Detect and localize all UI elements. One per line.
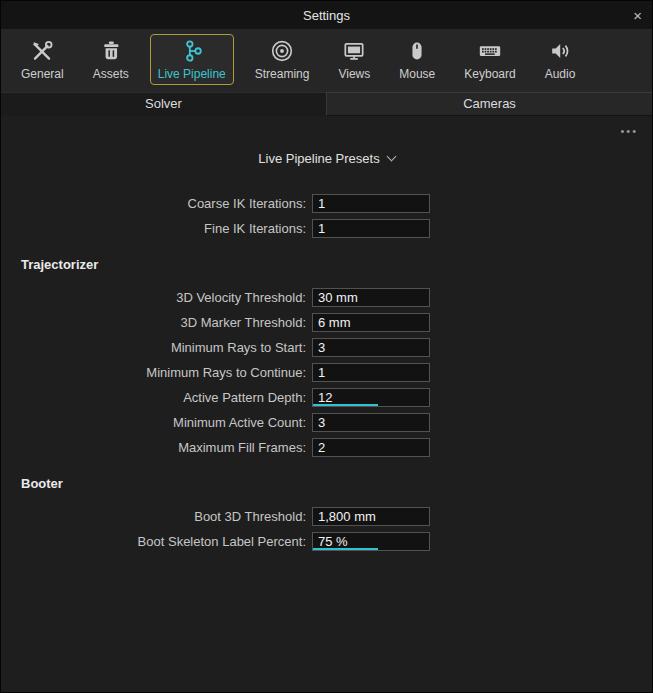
- field-input-wrap: [312, 363, 430, 382]
- form-row-3d-velocity-threshold: 3D Velocity Threshold:: [1, 288, 652, 307]
- section-title-trajectorizer: Trajectorizer: [21, 256, 652, 274]
- field-label: 3D Marker Threshold:: [1, 313, 306, 332]
- close-icon[interactable]: ×: [633, 1, 642, 29]
- field-input-coarse-ik-iterations[interactable]: [312, 194, 430, 213]
- field-label: Minimum Rays to Start:: [1, 338, 306, 357]
- toolbar-item-label: Streaming: [255, 67, 310, 81]
- toolbar: GeneralAssetsLive PipelineStreamingViews…: [1, 29, 652, 92]
- field-input-wrap: [312, 338, 430, 357]
- toolbar-item-assets[interactable]: Assets: [85, 34, 137, 85]
- field-input-boot-skeleton-label-percent[interactable]: [312, 532, 430, 551]
- toolbar-item-label: General: [21, 67, 64, 81]
- field-input-active-pattern-depth[interactable]: [312, 388, 430, 407]
- field-input-wrap: [312, 313, 430, 332]
- toolbar-item-audio[interactable]: Audio: [537, 34, 584, 85]
- toolbar-item-streaming[interactable]: Streaming: [247, 34, 318, 85]
- tabbar: SolverCameras: [1, 92, 652, 116]
- window-title: Settings: [303, 8, 350, 23]
- form-row-3d-marker-threshold: 3D Marker Threshold:: [1, 313, 652, 332]
- toolbar-item-keyboard[interactable]: Keyboard: [456, 34, 523, 85]
- titlebar: Settings ×: [1, 1, 652, 29]
- form-row-minimum-active-count: Minimum Active Count:: [1, 413, 652, 432]
- streaming-icon: [269, 38, 295, 64]
- field-input-wrap: [312, 413, 430, 432]
- form-row-minimum-rays-to-continue: Minimum Rays to Continue:: [1, 363, 652, 382]
- toolbar-item-label: Live Pipeline: [158, 67, 226, 81]
- form-row-boot-skeleton-label-percent: Boot Skeleton Label Percent:: [1, 532, 652, 551]
- chevron-down-icon: [386, 151, 396, 161]
- assets-icon: [98, 38, 124, 64]
- field-input-wrap: [312, 194, 430, 213]
- form-row-fine-ik-iterations: Fine IK Iterations:: [1, 219, 652, 238]
- pipeline-icon: [179, 38, 205, 64]
- toolbar-item-label: Views: [338, 67, 370, 81]
- field-input-minimum-rays-to-continue[interactable]: [312, 363, 430, 382]
- overflow-menu-button[interactable]: •••: [620, 124, 638, 138]
- section-title-booter: Booter: [21, 475, 652, 493]
- settings-content: ••• Live Pipeline Presets Coarse IK Iter…: [1, 116, 652, 551]
- field-input-wrap: [312, 532, 430, 551]
- field-input-wrap: [312, 388, 430, 407]
- form-row-maximum-fill-frames: Maximum Fill Frames:: [1, 438, 652, 457]
- field-input-minimum-rays-to-start[interactable]: [312, 338, 430, 357]
- field-input-minimum-active-count[interactable]: [312, 413, 430, 432]
- keyboard-icon: [477, 38, 503, 64]
- toolbar-item-views[interactable]: Views: [330, 34, 378, 85]
- field-input-wrap: [312, 438, 430, 457]
- field-input-wrap: [312, 507, 430, 526]
- mouse-icon: [404, 38, 430, 64]
- field-input-fine-ik-iterations[interactable]: [312, 219, 430, 238]
- form-row-coarse-ik-iterations: Coarse IK Iterations:: [1, 194, 652, 213]
- form-row-active-pattern-depth: Active Pattern Depth:: [1, 388, 652, 407]
- toolbar-item-live-pipeline[interactable]: Live Pipeline: [150, 34, 234, 85]
- field-input-3d-marker-threshold[interactable]: [312, 313, 430, 332]
- toolbar-item-mouse[interactable]: Mouse: [391, 34, 443, 85]
- toolbar-item-label: Keyboard: [464, 67, 515, 81]
- field-label: Boot 3D Threshold:: [1, 507, 306, 526]
- field-label: Boot Skeleton Label Percent:: [1, 532, 306, 551]
- toolbar-item-label: Assets: [93, 67, 129, 81]
- field-label: Active Pattern Depth:: [1, 388, 306, 407]
- tools-icon: [29, 38, 55, 64]
- field-input-wrap: [312, 219, 430, 238]
- settings-window: { "window": { "title": "Settings", "clos…: [0, 0, 653, 693]
- toolbar-item-label: Mouse: [399, 67, 435, 81]
- field-label: Minimum Active Count:: [1, 413, 306, 432]
- toolbar-item-general[interactable]: General: [13, 34, 72, 85]
- field-input-boot-3d-threshold[interactable]: [312, 507, 430, 526]
- presets-label: Live Pipeline Presets: [258, 151, 379, 166]
- settings-form: Coarse IK Iterations:Fine IK Iterations:…: [1, 194, 652, 551]
- presets-dropdown[interactable]: Live Pipeline Presets: [1, 148, 652, 168]
- field-label: Fine IK Iterations:: [1, 219, 306, 238]
- form-row-minimum-rays-to-start: Minimum Rays to Start:: [1, 338, 652, 357]
- views-icon: [341, 38, 367, 64]
- audio-icon: [547, 38, 573, 64]
- tab-cameras[interactable]: Cameras: [326, 92, 652, 116]
- tab-solver[interactable]: Solver: [1, 92, 326, 116]
- field-label: 3D Velocity Threshold:: [1, 288, 306, 307]
- field-label: Maximum Fill Frames:: [1, 438, 306, 457]
- section-rows: 3D Velocity Threshold:3D Marker Threshol…: [1, 288, 652, 457]
- field-input-3d-velocity-threshold[interactable]: [312, 288, 430, 307]
- field-input-maximum-fill-frames[interactable]: [312, 438, 430, 457]
- form-row-boot-3d-threshold: Boot 3D Threshold:: [1, 507, 652, 526]
- section-rows: Coarse IK Iterations:Fine IK Iterations:: [1, 194, 652, 238]
- field-label: Minimum Rays to Continue:: [1, 363, 306, 382]
- section-rows: Boot 3D Threshold:Boot Skeleton Label Pe…: [1, 507, 652, 551]
- field-input-wrap: [312, 288, 430, 307]
- field-label: Coarse IK Iterations:: [1, 194, 306, 213]
- toolbar-item-label: Audio: [545, 67, 576, 81]
